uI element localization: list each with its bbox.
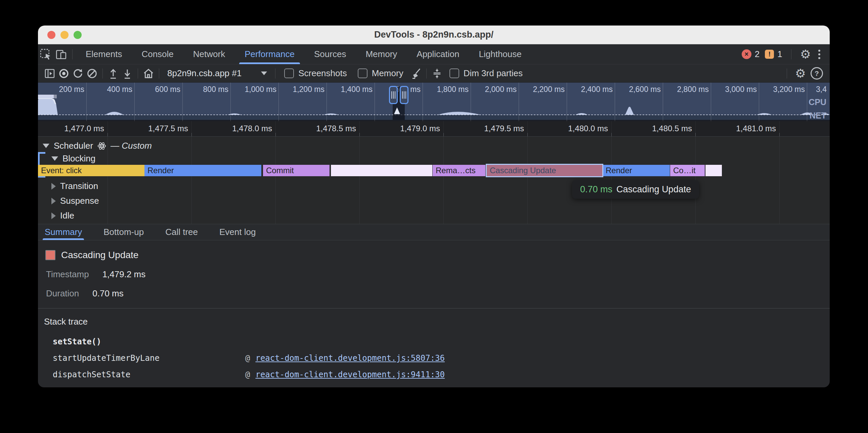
ruler-tickmark <box>695 133 696 136</box>
tab-elements[interactable]: Elements <box>76 44 132 64</box>
overview-tick: 400 ms <box>107 85 132 94</box>
more-options-icon[interactable] <box>816 50 822 59</box>
home-icon[interactable] <box>142 66 156 80</box>
scheduler-suffix-label: — Custom <box>111 141 152 151</box>
titlebar: DevTools - 8p2n9n.csb.app/ <box>38 26 830 44</box>
divider <box>426 68 427 78</box>
ruler-tick-label: 1,481.0 ms <box>736 124 776 133</box>
capture-settings-gear-icon[interactable]: ⚙ <box>795 67 806 79</box>
checkbox-icon <box>358 68 368 78</box>
ruler-tickmark <box>360 133 360 136</box>
flame-bar-commit[interactable]: Co…it <box>670 165 705 176</box>
selection-right-handle[interactable] <box>400 86 408 104</box>
frame-function: (anonymous) <box>53 386 245 387</box>
tab-network[interactable]: Network <box>183 44 235 64</box>
close-button[interactable] <box>48 31 55 39</box>
overview-tick: 2,800 ms <box>677 85 709 94</box>
overview-gridline <box>711 82 711 121</box>
frame-source-link[interactable]: react-dom-client.development.js:5807:36 <box>255 354 445 363</box>
frame-source-link[interactable]: react-dom-client.development.js:9411:30 <box>255 370 445 379</box>
overview-tick: 2,600 ms <box>629 85 661 94</box>
frame-at: @ <box>245 354 250 363</box>
gc-broom-icon[interactable] <box>409 66 423 80</box>
tab-call-tree[interactable]: Call tree <box>159 224 205 240</box>
warning-badge-icon[interactable]: ! <box>765 50 774 59</box>
ruler-tick-label: 1,479.5 ms <box>484 124 524 133</box>
lane-suspense[interactable]: Suspense <box>52 196 99 206</box>
flame-bar-remaining-effects[interactable]: Rema…cts <box>433 165 486 176</box>
ruler-tick-label: 1,478.0 ms <box>232 124 272 133</box>
overview-tick: 1,400 ms <box>341 85 373 94</box>
overview-tick: 1,000 ms <box>245 85 276 94</box>
help-icon[interactable]: ? <box>811 67 823 79</box>
history-dropdown[interactable]: 8p2n9n.csb.app #1 <box>163 68 272 78</box>
window-title: DevTools - 8p2n9n.csb.app/ <box>374 30 493 40</box>
lane-transition[interactable]: Transition <box>52 181 98 191</box>
timeline-overview[interactable]: 200 ms 400 ms 600 ms 800 ms 1,000 ms 1,2… <box>38 82 830 121</box>
warning-count[interactable]: 1 <box>777 49 782 59</box>
expand-triangle-icon <box>52 212 56 219</box>
details-tabbar: Summary Bottom-up Call tree Event log <box>38 224 830 240</box>
divider <box>275 68 275 78</box>
overview-gridline <box>134 82 135 121</box>
stack-trace-list: setState() startUpdateTimerByLane @ reac… <box>38 337 830 387</box>
expand-triangle-icon <box>52 183 56 190</box>
dim-3rd-parties-checkbox[interactable]: Dim 3rd parties <box>450 68 523 78</box>
track-header-scheduler[interactable]: Scheduler — Custom <box>43 141 152 151</box>
save-profile-icon[interactable] <box>120 66 134 80</box>
tab-event-log[interactable]: Event log <box>213 224 262 240</box>
frame-function: dispatchSetState <box>53 370 245 379</box>
collapse-sections-icon[interactable] <box>430 66 444 80</box>
frame-at: @ <box>245 386 250 387</box>
device-toolbar-icon[interactable] <box>54 44 69 64</box>
ruler-tick-label: 1,477.5 ms <box>148 124 188 133</box>
error-badge-icon[interactable]: × <box>742 49 751 59</box>
error-count[interactable]: 2 <box>755 49 760 59</box>
overview-tick: 2,400 ms <box>581 85 613 94</box>
flame-bar-render[interactable]: Render <box>602 165 670 176</box>
flame-bar[interactable] <box>705 165 722 176</box>
tab-sources[interactable]: Sources <box>304 44 356 64</box>
record-icon[interactable] <box>57 66 71 80</box>
tab-memory[interactable]: Memory <box>356 44 407 64</box>
zoom-button[interactable] <box>73 31 82 39</box>
overview-gridline <box>615 82 615 121</box>
react-atom-icon <box>97 142 106 151</box>
lane-idle[interactable]: Idle <box>52 210 74 221</box>
flame-bar-event-click[interactable]: Event: click <box>38 165 145 176</box>
inspect-element-icon[interactable] <box>38 44 54 64</box>
settings-gear-icon[interactable]: ⚙ <box>800 48 811 60</box>
screenshots-label: Screenshots <box>298 68 347 78</box>
tab-summary-label: Summary <box>45 227 82 237</box>
memory-checkbox[interactable]: Memory <box>358 68 403 78</box>
overview-gridline <box>759 82 759 121</box>
toolbar-right-controls: ⚙ ? <box>783 67 825 79</box>
flame-bar[interactable] <box>331 165 432 176</box>
overview-gridline <box>471 82 471 121</box>
tab-console[interactable]: Console <box>132 44 183 64</box>
flame-bar-render[interactable]: Render <box>145 165 261 176</box>
tab-summary[interactable]: Summary <box>38 224 89 240</box>
lane-blocking[interactable]: Blocking <box>52 154 95 164</box>
minimize-button[interactable] <box>60 31 68 39</box>
ruler-tick-label: 1,479.0 ms <box>400 124 440 133</box>
screenshots-checkbox[interactable]: Screenshots <box>284 68 347 78</box>
active-tab-underline <box>239 62 300 64</box>
timeline-ruler[interactable]: 1,477.0 ms 1,477.5 ms 1,478.0 ms 1,478.5… <box>38 121 830 137</box>
flame-bar-cascading-update-selected[interactable]: Cascading Update <box>487 165 602 176</box>
tab-application[interactable]: Application <box>407 44 469 64</box>
frame-source-link[interactable]: LikeButton.js:13:13 <box>255 386 348 387</box>
reload-record-icon[interactable] <box>71 66 85 80</box>
tab-lighthouse[interactable]: Lighthouse <box>469 44 531 64</box>
flame-bar-commit[interactable]: Commit <box>263 165 330 176</box>
traffic-lights <box>48 26 82 44</box>
toggle-sidebar-icon[interactable] <box>43 66 57 80</box>
clear-icon[interactable] <box>85 66 99 80</box>
selection-left-handle[interactable] <box>389 86 398 104</box>
tab-bottom-up[interactable]: Bottom-up <box>97 224 151 240</box>
stack-frame: setState() <box>53 337 830 346</box>
tab-performance[interactable]: Performance <box>235 44 304 64</box>
load-profile-icon[interactable] <box>106 66 120 80</box>
overview-gridline <box>519 82 519 121</box>
duration-value: 0.70 ms <box>92 288 124 299</box>
